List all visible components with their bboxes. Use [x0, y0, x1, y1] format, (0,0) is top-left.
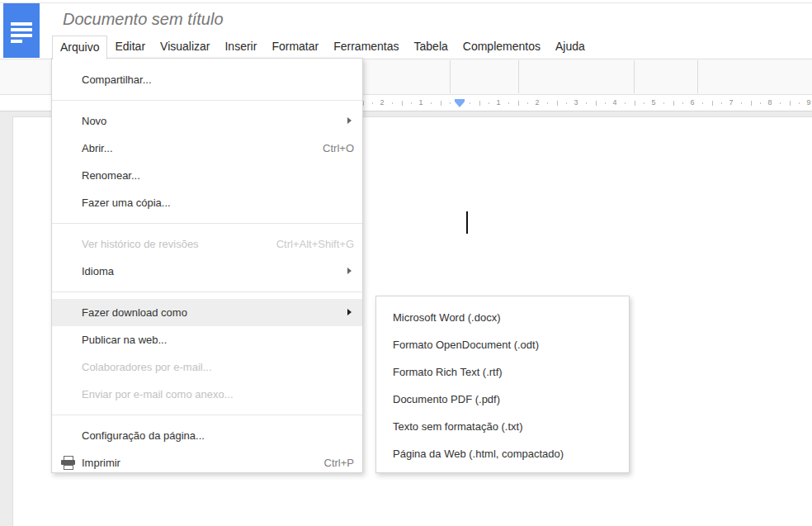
download-submenu-item-label: Texto sem formatação (.txt)	[393, 420, 523, 433]
ruler-tick	[363, 101, 364, 106]
ruler-dot	[702, 102, 703, 104]
ruler-dot	[508, 102, 509, 104]
google-docs-app: Documento sem título ArquivoEditarVisual…	[0, 0, 812, 526]
ruler-dot	[450, 102, 451, 104]
ruler-number: 4	[610, 98, 620, 107]
indent-marker-icon[interactable]	[455, 102, 465, 107]
submenu-arrow-icon	[347, 268, 352, 274]
menubar-item-visualizar[interactable]: Visualizar	[153, 36, 217, 59]
menubar-item-ajuda[interactable]: Ajuda	[548, 36, 592, 59]
download-submenu-item[interactable]: Microsoft Word (.docx)	[376, 304, 629, 331]
file-menu-item[interactable]: Compartilhar...	[52, 66, 362, 93]
ruler-dot	[411, 102, 412, 104]
file-menu-item[interactable]: Configuração da página...	[52, 422, 362, 449]
file-menu-item-label: Fazer download como	[82, 306, 187, 319]
document-title[interactable]: Documento sem título	[63, 10, 224, 29]
file-menu-item[interactable]: Renomear...	[52, 162, 362, 189]
download-submenu-item[interactable]: Formato Rich Text (.rtf)	[376, 358, 629, 386]
ruler-number: 2	[532, 98, 542, 107]
menubar-item-inserir[interactable]: Inserir	[217, 36, 264, 59]
menu-bar: ArquivoEditarVisualizarInserirFormatarFe…	[52, 36, 592, 59]
download-submenu-item[interactable]: Formato OpenDocument (.odt)	[376, 331, 629, 358]
ruler-dot	[780, 102, 781, 104]
ruler-tick	[635, 101, 635, 106]
download-submenu-item[interactable]: Texto sem formatação (.txt)	[376, 413, 629, 440]
file-menu-item-label: Idioma	[82, 265, 114, 277]
toolbar-divider	[697, 60, 698, 93]
menu-separator	[52, 291, 362, 292]
menubar-item-tabela[interactable]: Tabela	[407, 36, 456, 59]
ruler-dot	[527, 102, 528, 104]
ruler-tick	[557, 101, 558, 106]
file-menu-item[interactable]: Idioma	[52, 258, 362, 285]
file-menu-item[interactable]: Fazer download como	[52, 299, 362, 326]
ruler-tick	[751, 101, 752, 106]
ruler-number: 2	[377, 98, 387, 107]
submenu-arrow-icon	[347, 309, 352, 315]
ruler-dot	[392, 102, 393, 104]
file-menu-item-label: Fazer uma cópia...	[82, 197, 171, 209]
file-menu-item-label: Enviar por e-mail como anexo...	[82, 388, 234, 400]
ruler-dot	[586, 102, 587, 104]
ruler-dot	[663, 102, 664, 104]
download-submenu-item[interactable]: Documento PDF (.pdf)	[376, 386, 629, 413]
ruler-number: 5	[649, 98, 659, 107]
ruler-tick	[790, 101, 791, 106]
toolbar-divider	[450, 60, 451, 93]
ruler-number: 6	[687, 98, 697, 107]
toolbar-divider	[518, 60, 519, 93]
file-menu-item: Colaboradores por e-mail...	[52, 353, 362, 381]
download-submenu: Microsoft Word (.docx)Formato OpenDocume…	[375, 296, 630, 473]
shortcut-label: Ctrl+O	[323, 135, 354, 162]
ruler-tick	[441, 101, 441, 106]
ruler-dot	[682, 102, 683, 104]
ruler-dot	[625, 102, 626, 104]
ruler-tick	[673, 101, 674, 106]
ruler-tick	[518, 101, 519, 106]
file-menu-item-label: Colaboradores por e-mail...	[82, 361, 212, 373]
file-menu-item[interactable]: Fazer uma cópia...	[52, 189, 362, 216]
file-menu-item-label: Renomear...	[82, 169, 140, 182]
ruler-number: 1	[493, 98, 503, 107]
file-menu-item[interactable]: Publicar na web...	[52, 326, 362, 353]
ruler-dot	[431, 102, 432, 104]
ruler-tick	[402, 101, 403, 106]
menubar-item-formatar[interactable]: Formatar	[264, 36, 326, 59]
download-submenu-item-label: Microsoft Word (.docx)	[393, 311, 501, 324]
file-menu-item[interactable]: Novo	[52, 107, 362, 135]
ruler-dot	[566, 102, 567, 104]
download-submenu-item-label: Documento PDF (.pdf)	[393, 393, 500, 405]
menu-separator	[52, 223, 362, 224]
ruler-number: 3	[571, 98, 581, 107]
menubar-item-arquivo[interactable]: Arquivo	[52, 36, 107, 59]
ruler-tick	[712, 101, 713, 106]
ruler-dot	[605, 102, 606, 104]
menubar-item-ferramentas[interactable]: Ferramentas	[326, 36, 406, 59]
menu-separator	[52, 415, 362, 415]
menu-separator	[52, 100, 362, 101]
menubar-item-editar[interactable]: Editar	[107, 36, 153, 59]
top-divider	[0, 2, 812, 3]
menubar-item-complementos[interactable]: Complementos	[456, 36, 548, 59]
ruler-dot	[372, 102, 373, 104]
file-menu-item-label: Novo	[82, 115, 106, 127]
submenu-arrow-icon	[347, 117, 352, 124]
ruler-dot	[489, 102, 489, 104]
file-menu-item-label: Compartilhar...	[82, 73, 152, 86]
file-menu-item-label: Imprimir	[82, 457, 120, 469]
ruler-dot	[721, 102, 722, 104]
ruler-dot	[547, 102, 548, 104]
file-menu-item-label: Configuração da página...	[82, 429, 205, 442]
download-submenu-item-label: Formato OpenDocument (.odt)	[393, 339, 539, 351]
file-menu-item[interactable]: ImprimirCtrl+P	[52, 449, 362, 476]
shortcut-label: Ctrl+P	[324, 449, 354, 476]
download-submenu-item[interactable]: Página da Web (.html, compactado)	[376, 440, 629, 467]
ruler-dot	[644, 102, 644, 104]
ruler-number: 8	[765, 98, 775, 107]
file-menu-item: Enviar por e-mail como anexo...	[52, 381, 362, 408]
ruler-number: 7	[726, 98, 736, 107]
file-menu-item[interactable]: Abrir...Ctrl+O	[52, 135, 362, 162]
docs-logo-icon[interactable]	[3, 3, 40, 58]
shortcut-label: Ctrl+Alt+Shift+G	[276, 230, 354, 258]
file-menu-item-label: Ver histórico de revisões	[82, 238, 199, 250]
